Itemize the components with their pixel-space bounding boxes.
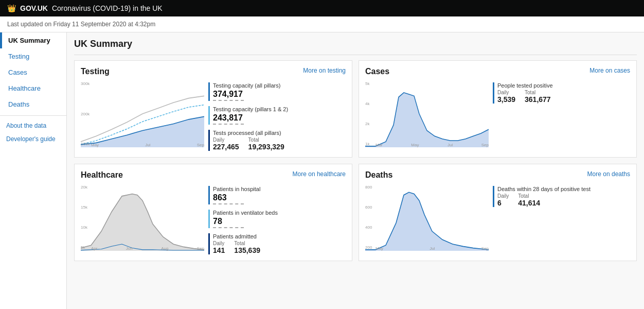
healthcare-more-link[interactable]: More on healthcare [293,170,346,178]
cases-stats: People tested positive Daily3,539 Total3… [493,80,630,147]
sidebar-item-deaths[interactable]: Deaths [0,96,66,112]
deaths-card: Deaths More on deaths MayJulSep 800600 [359,164,637,261]
deaths-stats: Deaths within 28 days of positive test D… [493,184,630,251]
main-content: UK Summary Testing More on testing [67,32,644,309]
sidebar-item-healthcare[interactable]: Healthcare [0,80,66,96]
cases-chart: MarMayJulSep 5k4k2k1k [365,80,489,147]
testing-card: Testing More on testing [74,60,352,158]
sidebar: UK Summary Testing Cases Healthcare Deat… [0,32,67,309]
healthcare-chart: AprJunAugSep 20k15k10k5k [81,184,204,251]
healthcare-stat-admitted: Patients admitted Daily141 Total135,639 [208,233,346,254]
testing-stat-capacity-all: Testing capacity (all pillars) 374,917 [208,82,346,101]
site-title: Coronavirus (COVID-19) in the UK [52,4,163,12]
update-text: Last updated on Friday 11 September 2020… [7,21,155,28]
healthcare-x-labels: AprJunAugSep [91,246,204,251]
cases-more-link[interactable]: More on cases [589,67,630,74]
sidebar-link-about[interactable]: About the data [0,119,66,132]
cases-card: Cases More on cases MarMayJulSep 5k4k2 [359,60,637,158]
sidebar-link-devguide[interactable]: Developer's guide [0,132,66,146]
cards-grid: Testing More on testing [74,60,637,261]
testing-x-labels: MayJulSep [91,143,204,147]
cases-x-labels: MarMayJulSep [375,143,489,147]
healthcare-stats: Patients in hospital 863 Patients in ven… [208,184,346,254]
deaths-more-link[interactable]: More on deaths [587,170,630,178]
cases-stat-positive: People tested positive Daily3,539 Total3… [493,82,630,104]
crown-icon: 👑 [7,4,16,12]
site-header: 👑 GOV.UK Coronavirus (COVID-19) in the U… [0,0,644,16]
healthcare-card-title: Healthcare [81,170,123,180]
deaths-chart: MayJulSep 800600400200 [365,184,489,251]
update-bar: Last updated on Friday 11 September 2020… [0,16,644,32]
testing-more-link[interactable]: More on testing [303,67,346,74]
testing-stat-capacity-pillars: Testing capacity (pillars 1 & 2) 243,817 [208,106,346,125]
healthcare-card: Healthcare More on healthcare Apr [74,164,352,261]
testing-card-title: Testing [81,67,110,76]
svg-marker-1 [365,93,489,147]
deaths-card-title: Deaths [365,170,392,180]
deaths-x-labels: MayJulSep [375,246,489,251]
gov-uk-label: GOV.UK [20,4,48,12]
page-title: UK Summary [74,32,637,55]
svg-marker-3 [365,192,489,251]
sidebar-item-uk-summary[interactable]: UK Summary [0,32,66,48]
sidebar-item-cases[interactable]: Cases [0,64,66,80]
svg-marker-2 [81,194,204,251]
testing-stat-processed: Tests processed (all pillars) Daily227,4… [208,130,346,151]
deaths-stat-28days: Deaths within 28 days of positive test D… [493,186,630,207]
testing-stats: Testing capacity (all pillars) 374,917 T… [208,80,346,151]
testing-chart: MayJulSep 300k200k100k [81,80,204,147]
healthcare-stat-hospital: Patients in hospital 863 [208,186,346,204]
cases-card-title: Cases [365,67,389,76]
sidebar-item-testing[interactable]: Testing [0,48,66,64]
healthcare-stat-ventilator: Patients in ventilator beds 78 [208,210,346,228]
